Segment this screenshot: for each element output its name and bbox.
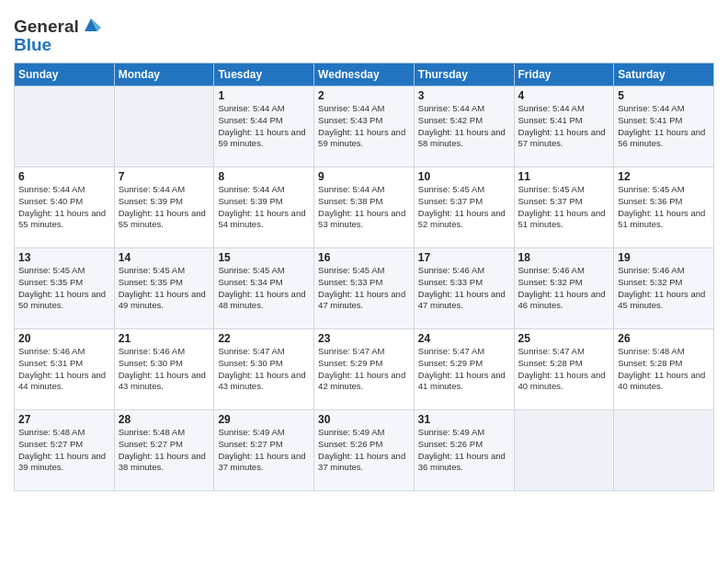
day-number: 20: [18, 332, 110, 345]
day-info: Sunrise: 5:47 AM Sunset: 5:30 PM Dayligh…: [218, 346, 310, 393]
calendar-cell: 26Sunrise: 5:48 AM Sunset: 5:28 PM Dayli…: [614, 329, 714, 410]
calendar-container: General Blue SundayMondayTuesdayWednesda…: [0, 0, 728, 505]
calendar-cell: 7Sunrise: 5:44 AM Sunset: 5:39 PM Daylig…: [114, 167, 214, 248]
day-info: Sunrise: 5:46 AM Sunset: 5:33 PM Dayligh…: [418, 265, 510, 312]
weekday-header-thursday: Thursday: [414, 63, 514, 86]
day-number: 31: [418, 413, 510, 426]
calendar-cell: 14Sunrise: 5:45 AM Sunset: 5:35 PM Dayli…: [114, 248, 214, 329]
calendar-cell: 22Sunrise: 5:47 AM Sunset: 5:30 PM Dayli…: [214, 329, 314, 410]
calendar-cell: 3Sunrise: 5:44 AM Sunset: 5:42 PM Daylig…: [414, 86, 514, 167]
day-number: 17: [418, 251, 510, 264]
day-info: Sunrise: 5:44 AM Sunset: 5:40 PM Dayligh…: [18, 184, 110, 231]
calendar-cell: 11Sunrise: 5:45 AM Sunset: 5:37 PM Dayli…: [514, 167, 614, 248]
calendar-cell: 1Sunrise: 5:44 AM Sunset: 5:44 PM Daylig…: [214, 86, 314, 167]
calendar-cell: 18Sunrise: 5:46 AM Sunset: 5:32 PM Dayli…: [514, 248, 614, 329]
day-number: 13: [18, 251, 110, 264]
weekday-header-saturday: Saturday: [614, 63, 714, 86]
day-info: Sunrise: 5:45 AM Sunset: 5:36 PM Dayligh…: [618, 184, 710, 231]
calendar-cell: 21Sunrise: 5:46 AM Sunset: 5:30 PM Dayli…: [114, 329, 214, 410]
day-info: Sunrise: 5:48 AM Sunset: 5:28 PM Dayligh…: [618, 346, 710, 393]
weekday-header-friday: Friday: [514, 63, 614, 86]
weekday-header-wednesday: Wednesday: [314, 63, 415, 86]
calendar-cell: 19Sunrise: 5:46 AM Sunset: 5:32 PM Dayli…: [614, 248, 714, 329]
day-number: 30: [318, 413, 410, 426]
calendar-cell: 23Sunrise: 5:47 AM Sunset: 5:29 PM Dayli…: [314, 329, 415, 410]
calendar-week-4: 20Sunrise: 5:46 AM Sunset: 5:31 PM Dayli…: [15, 329, 714, 410]
day-number: 10: [418, 170, 510, 183]
day-info: Sunrise: 5:48 AM Sunset: 5:27 PM Dayligh…: [119, 427, 210, 474]
day-info: Sunrise: 5:46 AM Sunset: 5:32 PM Dayligh…: [518, 265, 610, 312]
calendar-cell: 29Sunrise: 5:49 AM Sunset: 5:27 PM Dayli…: [214, 410, 314, 491]
logo: General Blue: [14, 17, 101, 55]
calendar-week-1: 1Sunrise: 5:44 AM Sunset: 5:44 PM Daylig…: [15, 86, 714, 167]
day-info: Sunrise: 5:45 AM Sunset: 5:34 PM Dayligh…: [218, 265, 310, 312]
day-number: 26: [618, 332, 710, 345]
calendar-cell: 15Sunrise: 5:45 AM Sunset: 5:34 PM Dayli…: [214, 248, 314, 329]
day-number: 19: [618, 251, 710, 264]
day-info: Sunrise: 5:46 AM Sunset: 5:31 PM Dayligh…: [18, 346, 110, 393]
day-info: Sunrise: 5:44 AM Sunset: 5:43 PM Dayligh…: [318, 103, 410, 150]
day-number: 16: [318, 251, 410, 264]
calendar-cell: 30Sunrise: 5:49 AM Sunset: 5:26 PM Dayli…: [314, 410, 415, 491]
day-info: Sunrise: 5:49 AM Sunset: 5:26 PM Dayligh…: [418, 427, 510, 474]
day-number: 14: [119, 251, 210, 264]
day-number: 12: [618, 170, 710, 183]
calendar-cell: 20Sunrise: 5:46 AM Sunset: 5:31 PM Dayli…: [15, 329, 115, 410]
day-number: 1: [218, 89, 310, 102]
day-info: Sunrise: 5:44 AM Sunset: 5:41 PM Dayligh…: [618, 103, 710, 150]
weekday-header-tuesday: Tuesday: [214, 63, 314, 86]
day-info: Sunrise: 5:45 AM Sunset: 5:35 PM Dayligh…: [18, 265, 110, 312]
calendar-week-3: 13Sunrise: 5:45 AM Sunset: 5:35 PM Dayli…: [15, 248, 714, 329]
calendar-cell: 2Sunrise: 5:44 AM Sunset: 5:43 PM Daylig…: [314, 86, 415, 167]
header: General Blue: [14, 9, 714, 55]
calendar-cell: 4Sunrise: 5:44 AM Sunset: 5:41 PM Daylig…: [514, 86, 614, 167]
day-info: Sunrise: 5:44 AM Sunset: 5:44 PM Dayligh…: [218, 103, 310, 150]
day-number: 8: [218, 170, 310, 183]
day-number: 9: [318, 170, 410, 183]
day-number: 3: [418, 89, 510, 102]
calendar-cell: 8Sunrise: 5:44 AM Sunset: 5:39 PM Daylig…: [214, 167, 314, 248]
day-info: Sunrise: 5:49 AM Sunset: 5:26 PM Dayligh…: [318, 427, 410, 474]
day-number: 7: [119, 170, 210, 183]
calendar-cell: 13Sunrise: 5:45 AM Sunset: 5:35 PM Dayli…: [15, 248, 115, 329]
day-number: 5: [618, 89, 710, 102]
logo-general: General: [14, 17, 79, 37]
calendar-cell: 31Sunrise: 5:49 AM Sunset: 5:26 PM Dayli…: [414, 410, 514, 491]
calendar-cell: 10Sunrise: 5:45 AM Sunset: 5:37 PM Dayli…: [414, 167, 514, 248]
calendar-week-5: 27Sunrise: 5:48 AM Sunset: 5:27 PM Dayli…: [15, 410, 714, 491]
day-info: Sunrise: 5:44 AM Sunset: 5:39 PM Dayligh…: [218, 184, 310, 231]
day-info: Sunrise: 5:49 AM Sunset: 5:27 PM Dayligh…: [218, 427, 310, 474]
day-info: Sunrise: 5:47 AM Sunset: 5:29 PM Dayligh…: [418, 346, 510, 393]
day-info: Sunrise: 5:44 AM Sunset: 5:41 PM Dayligh…: [518, 103, 610, 150]
day-number: 18: [518, 251, 610, 264]
day-info: Sunrise: 5:44 AM Sunset: 5:42 PM Dayligh…: [418, 103, 510, 150]
day-number: 27: [18, 413, 110, 426]
calendar-week-2: 6Sunrise: 5:44 AM Sunset: 5:40 PM Daylig…: [15, 167, 714, 248]
calendar-table: SundayMondayTuesdayWednesdayThursdayFrid…: [14, 63, 714, 491]
day-info: Sunrise: 5:48 AM Sunset: 5:27 PM Dayligh…: [18, 427, 110, 474]
calendar-cell: [15, 86, 115, 167]
day-info: Sunrise: 5:46 AM Sunset: 5:32 PM Dayligh…: [618, 265, 710, 312]
day-number: 22: [218, 332, 310, 345]
calendar-cell: 9Sunrise: 5:44 AM Sunset: 5:38 PM Daylig…: [314, 167, 415, 248]
day-info: Sunrise: 5:44 AM Sunset: 5:39 PM Dayligh…: [119, 184, 210, 231]
day-number: 23: [318, 332, 410, 345]
day-info: Sunrise: 5:45 AM Sunset: 5:33 PM Dayligh…: [318, 265, 410, 312]
day-number: 28: [119, 413, 210, 426]
logo-icon: [81, 15, 101, 35]
day-info: Sunrise: 5:47 AM Sunset: 5:29 PM Dayligh…: [318, 346, 410, 393]
weekday-header-monday: Monday: [114, 63, 214, 86]
calendar-cell: 28Sunrise: 5:48 AM Sunset: 5:27 PM Dayli…: [114, 410, 214, 491]
weekday-header-sunday: Sunday: [15, 63, 115, 86]
day-number: 11: [518, 170, 610, 183]
day-info: Sunrise: 5:45 AM Sunset: 5:37 PM Dayligh…: [418, 184, 510, 231]
day-number: 4: [518, 89, 610, 102]
calendar-cell: 12Sunrise: 5:45 AM Sunset: 5:36 PM Dayli…: [614, 167, 714, 248]
day-number: 15: [218, 251, 310, 264]
calendar-cell: 6Sunrise: 5:44 AM Sunset: 5:40 PM Daylig…: [15, 167, 115, 248]
day-info: Sunrise: 5:46 AM Sunset: 5:30 PM Dayligh…: [119, 346, 210, 393]
calendar-cell: [614, 410, 714, 491]
calendar-cell: 24Sunrise: 5:47 AM Sunset: 5:29 PM Dayli…: [414, 329, 514, 410]
calendar-cell: 16Sunrise: 5:45 AM Sunset: 5:33 PM Dayli…: [314, 248, 415, 329]
calendar-cell: [114, 86, 214, 167]
